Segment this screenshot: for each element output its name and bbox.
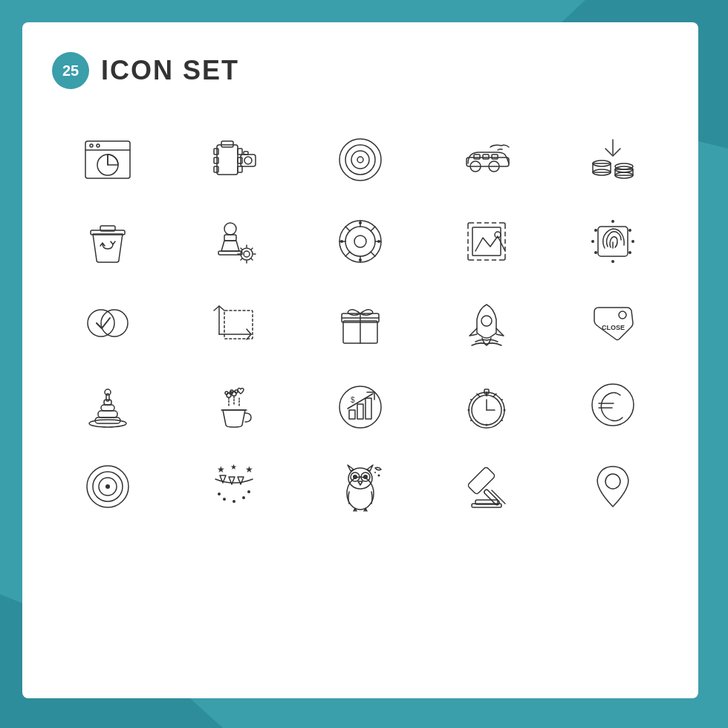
svg-point-156 (242, 496, 245, 499)
svg-marker-166 (358, 481, 363, 485)
svg-point-80 (481, 259, 484, 261)
svg-point-2 (90, 144, 93, 147)
svg-point-113 (225, 391, 228, 394)
svg-point-137 (501, 399, 503, 400)
svg-point-86 (631, 240, 634, 243)
svg-rect-6 (217, 145, 238, 175)
celebration-icon: ★ ★ ★ (178, 453, 290, 520)
svg-point-70 (467, 251, 469, 254)
svg-text:$: $ (351, 396, 355, 404)
svg-point-73 (504, 244, 507, 247)
svg-marker-160 (348, 465, 354, 471)
svg-rect-7 (214, 149, 218, 155)
auction-icon (431, 453, 542, 520)
svg-point-18 (345, 145, 375, 175)
svg-rect-9 (214, 166, 218, 172)
svg-point-135 (504, 409, 506, 412)
svg-point-136 (470, 399, 472, 400)
svg-rect-16 (244, 152, 248, 155)
svg-point-79 (474, 259, 477, 261)
svg-point-92 (628, 251, 631, 254)
svg-point-82 (496, 259, 499, 261)
integration-icon (52, 290, 163, 357)
svg-point-117 (235, 390, 238, 393)
svg-rect-10 (238, 149, 242, 155)
recycle-bin-icon (52, 208, 163, 275)
svg-point-78 (496, 221, 499, 224)
svg-rect-120 (357, 404, 363, 419)
svg-point-71 (504, 229, 507, 232)
svg-point-76 (481, 221, 484, 224)
wheel-icon (305, 208, 416, 275)
svg-rect-38 (224, 235, 236, 241)
svg-point-175 (609, 478, 617, 485)
svg-point-89 (594, 229, 597, 232)
svg-rect-26 (492, 155, 498, 159)
svg-point-111 (105, 389, 111, 395)
svg-point-157 (223, 498, 226, 501)
svg-line-49 (241, 259, 242, 260)
svg-point-133 (486, 424, 488, 426)
svg-point-132 (486, 394, 488, 397)
svg-line-57 (345, 227, 350, 231)
svg-line-59 (371, 227, 375, 231)
fingerprint-icon (557, 208, 669, 275)
svg-point-164 (353, 475, 357, 479)
svg-point-69 (467, 244, 469, 247)
stamp-icon (431, 208, 542, 275)
svg-point-68 (467, 236, 469, 239)
film-roll-icon (178, 126, 290, 193)
svg-point-91 (594, 251, 597, 254)
income-coins-icon (557, 126, 669, 193)
svg-rect-24 (474, 155, 480, 159)
svg-rect-13 (221, 141, 233, 147)
crop-icon (178, 290, 290, 357)
page-title: ICON SET (101, 55, 239, 86)
strategy-icon (178, 208, 290, 275)
svg-point-153 (218, 493, 221, 495)
svg-point-138 (470, 420, 472, 421)
svg-point-167 (378, 475, 380, 477)
svg-point-62 (359, 259, 362, 261)
header: 25 ICON SET (52, 52, 669, 89)
svg-text:CLOSE: CLOSE (602, 324, 625, 331)
svg-point-15 (244, 157, 252, 164)
svg-marker-161 (367, 465, 373, 471)
svg-rect-29 (593, 163, 611, 172)
tea-flowers-icon (178, 371, 290, 438)
svg-point-75 (474, 221, 477, 224)
svg-point-64 (377, 240, 380, 243)
svg-point-139 (501, 420, 503, 421)
svg-line-60 (345, 252, 350, 256)
svg-rect-121 (365, 398, 371, 419)
train-icon (431, 126, 542, 193)
svg-rect-107 (98, 411, 117, 417)
launch-icon (431, 290, 542, 357)
svg-marker-149 (238, 477, 244, 484)
svg-text:★: ★ (217, 464, 225, 475)
target-icon (305, 126, 416, 193)
svg-point-88 (611, 260, 614, 263)
svg-point-20 (357, 157, 363, 163)
svg-line-46 (241, 248, 242, 250)
svg-point-19 (351, 151, 369, 169)
badge-number: 25 (52, 52, 89, 89)
euro-icon (557, 371, 669, 438)
svg-point-63 (340, 240, 343, 243)
svg-rect-25 (483, 155, 489, 159)
svg-point-134 (468, 409, 470, 412)
svg-rect-108 (101, 405, 114, 411)
svg-point-140 (592, 384, 634, 426)
svg-point-72 (504, 236, 507, 239)
record-icon (52, 453, 163, 520)
growth-chart-icon: $ (305, 371, 416, 438)
svg-rect-8 (214, 157, 218, 163)
svg-point-52 (354, 235, 366, 247)
svg-point-3 (97, 144, 100, 147)
svg-line-48 (251, 248, 253, 250)
svg-point-61 (359, 221, 362, 224)
svg-point-102 (481, 316, 492, 326)
svg-point-168 (374, 472, 376, 473)
svg-rect-119 (349, 410, 355, 419)
location-pin-icon (557, 453, 669, 520)
